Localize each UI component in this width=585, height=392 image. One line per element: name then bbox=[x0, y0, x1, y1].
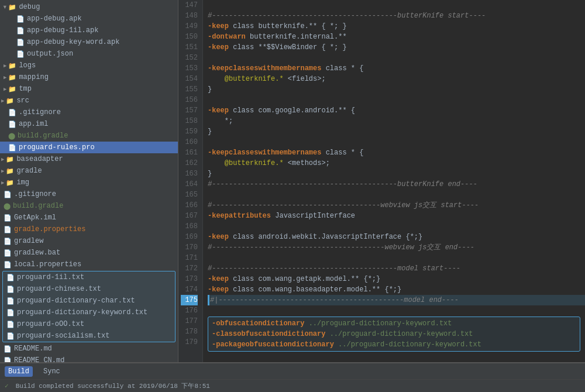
sidebar-item-gradlew[interactable]: 📄 gradlew bbox=[0, 235, 178, 247]
ln-159: 159 bbox=[181, 126, 198, 137]
code-line-167: -keepattributes JavascriptInterface bbox=[208, 211, 585, 221]
file-icon: 📄 bbox=[4, 249, 12, 257]
code-normal: <fields>; bbox=[284, 74, 326, 84]
tab-build[interactable]: Build bbox=[5, 366, 33, 377]
file-label: build.gradle bbox=[18, 132, 68, 140]
sidebar-item-local-properties[interactable]: 📄 local.properties bbox=[0, 259, 178, 270]
file-icon: 📄 bbox=[4, 261, 12, 269]
file-label: build.gradle bbox=[13, 202, 63, 210]
sidebar-item-proguard-socialism[interactable]: 📄 proguard-socialism.txt bbox=[3, 330, 175, 342]
sidebar-item-output-json[interactable]: 📄 output.json bbox=[0, 48, 178, 60]
status-text: Build completed successfully at 2019/06/… bbox=[16, 381, 210, 390]
file-label: proguard-1il.txt bbox=[17, 273, 84, 281]
ln-150: 150 bbox=[181, 32, 198, 42]
code-keep: -keep bbox=[208, 232, 229, 242]
sidebar-item-app-iml[interactable]: 📄 app.iml bbox=[0, 118, 178, 130]
sidebar-item-proguard-chinese[interactable]: 📄 proguard-chinese.txt bbox=[3, 283, 175, 295]
sidebar-item-app-debug-1il-apk[interactable]: 📄 app-debug-1il.apk bbox=[0, 25, 178, 36]
file-label: GetApk.iml bbox=[14, 214, 56, 222]
code-normal bbox=[208, 158, 225, 169]
code-line-154: @butterknife.* <fields>; bbox=[208, 74, 585, 84]
code-comment: #---------------------------------------… bbox=[208, 242, 474, 253]
sidebar-item-gitignore[interactable]: 📄 .gitignore bbox=[0, 106, 178, 118]
code-annotation: @butterknife.* bbox=[225, 158, 284, 169]
file-icon: ⬤ bbox=[8, 132, 15, 140]
code-line-174: -keep class com.wang.baseadapter.model.*… bbox=[208, 284, 585, 295]
file-icon: 📄 bbox=[8, 144, 16, 152]
code-normal: class android.webkit.JavascriptInterface… bbox=[229, 232, 422, 242]
sidebar-item-getapk-iml[interactable]: 📄 GetApk.iml bbox=[0, 212, 178, 223]
ln-153: 153 bbox=[181, 63, 198, 74]
code-line-178: -classobfuscationdictionary ../proguard-… bbox=[212, 329, 576, 339]
file-label: .gitignore bbox=[14, 190, 56, 198]
file-label: proguard-dictionary-keyword.txt bbox=[17, 308, 147, 317]
file-icon: 📄 bbox=[4, 357, 12, 363]
sidebar-item-gitignore2[interactable]: 📄 .gitignore bbox=[0, 188, 178, 200]
tab-sync[interactable]: Sync bbox=[40, 366, 64, 377]
sidebar-item-mapping[interactable]: ▶ 📁 mapping bbox=[0, 71, 178, 83]
code-line-157: -keep class com.google.android.** { bbox=[208, 105, 585, 116]
ln-167: 167 bbox=[181, 211, 198, 221]
folder-icon: 📁 bbox=[6, 156, 14, 163]
sidebar-item-build-gradle[interactable]: ⬤ build.gradle bbox=[0, 130, 178, 142]
sidebar-item-app-debug-key-word-apk[interactable]: 📄 app-debug-key-word.apk bbox=[0, 36, 178, 48]
status-icon: ✓ bbox=[5, 382, 9, 390]
file-icon: 📄 bbox=[16, 39, 25, 46]
folder-icon: 📁 bbox=[6, 97, 14, 105]
sidebar-item-proguard-rules-pro[interactable]: 📄 proguard-rules.pro bbox=[0, 142, 178, 153]
code-line-156 bbox=[208, 95, 585, 105]
ln-168: 168 bbox=[181, 221, 198, 232]
ln-170: 170 bbox=[181, 242, 198, 253]
sidebar-item-proguard-ooo[interactable]: 📄 proguard-oOO.txt bbox=[3, 318, 175, 330]
sidebar-item-img[interactable]: ▶ 📁 img bbox=[0, 177, 178, 188]
code-line-168 bbox=[208, 221, 585, 232]
file-label: app-debug-1il.apk bbox=[27, 26, 98, 35]
sidebar-item-src[interactable]: ▶ 📁 src bbox=[0, 95, 178, 106]
code-line-179: -packageobfuscationdictionary ../proguar… bbox=[212, 339, 576, 350]
file-label: proguard-rules.pro bbox=[19, 143, 95, 152]
code-brace: { *; } bbox=[321, 21, 346, 32]
sidebar-item-app-debug-apk[interactable]: 📄 app-debug.apk bbox=[0, 13, 178, 25]
sidebar-item-readme-cn[interactable]: 📄 README_CN.md bbox=[0, 355, 178, 362]
sidebar-item-logs[interactable]: ▶ 📁 logs bbox=[0, 60, 178, 71]
file-label: README_CN.md bbox=[14, 356, 64, 362]
folder-label: tmp bbox=[19, 85, 32, 93]
file-label: proguard-socialism.txt bbox=[17, 332, 109, 340]
code-line-166: #---------------------------------------… bbox=[208, 200, 585, 211]
triangle-icon: ▶ bbox=[1, 156, 4, 163]
sidebar-item-proguard-dictionary-char[interactable]: 📄 proguard-dictionary-char.txt bbox=[3, 295, 175, 307]
code-line-162: @butterknife.* <methods>; bbox=[208, 158, 585, 169]
triangle-icon: ▶ bbox=[4, 86, 6, 92]
ln-178: 178 bbox=[181, 326, 198, 337]
code-normal: class * { bbox=[321, 147, 363, 158]
ln-148: 148 bbox=[181, 11, 198, 21]
sidebar-item-readme-md[interactable]: 📄 README.md bbox=[0, 343, 178, 355]
sidebar-item-debug[interactable]: ▶ 📁 debug bbox=[0, 1, 178, 13]
ln-151: 151 bbox=[181, 42, 198, 53]
code-normal: class com.wang.baseadapter.model.** {*;} bbox=[229, 284, 401, 295]
ln-162: 162 bbox=[181, 158, 198, 169]
ln-158: 158 bbox=[181, 116, 198, 126]
code-normal: butterknife.internal.** bbox=[246, 32, 347, 42]
sidebar-item-proguard-dictionary-keyword[interactable]: 📄 proguard-dictionary-keyword.txt bbox=[3, 307, 175, 318]
sidebar-item-build-gradle2[interactable]: ⬤ build.gradle bbox=[0, 200, 178, 212]
ln-172: 172 bbox=[181, 263, 198, 274]
sidebar-item-gradle[interactable]: ▶ 📁 gradle bbox=[0, 165, 178, 177]
code-lines[interactable]: #---------------------------------------… bbox=[203, 0, 585, 362]
file-icon: 📄 bbox=[4, 191, 12, 198]
sidebar-item-tmp[interactable]: ▶ 📁 tmp bbox=[0, 83, 178, 95]
code-obfusc: -packageobfuscationdictionary bbox=[212, 339, 334, 350]
triangle-icon: ▶ bbox=[4, 74, 6, 81]
sidebar-item-baseadapter[interactable]: ▶ 📁 baseadapter bbox=[0, 153, 178, 165]
code-keep: -keepclasseswithmembernames bbox=[208, 147, 321, 158]
sidebar-item-gradlew-bat[interactable]: 📄 gradlew.bat bbox=[0, 247, 178, 259]
sidebar-item-gradle-properties[interactable]: 📄 gradle.properties bbox=[0, 223, 178, 235]
file-tree: ▶ 📁 debug 📄 app-debug.apk 📄 app-debug-1i… bbox=[0, 0, 178, 362]
folder-icon: 📁 bbox=[8, 62, 16, 70]
sidebar-item-proguard-1il[interactable]: 📄 proguard-1il.txt bbox=[3, 271, 175, 283]
code-normal: class com.wang.getapk.model.** {*;} bbox=[229, 274, 380, 284]
code-obfusc: -classobfuscationdictionary bbox=[212, 329, 325, 339]
code-path: ../proguard-dictionary-keyword.txt bbox=[334, 339, 481, 350]
code-line-153: -keepclasseswithmembernames class * { bbox=[208, 63, 585, 74]
folder-icon: 📁 bbox=[6, 179, 14, 187]
